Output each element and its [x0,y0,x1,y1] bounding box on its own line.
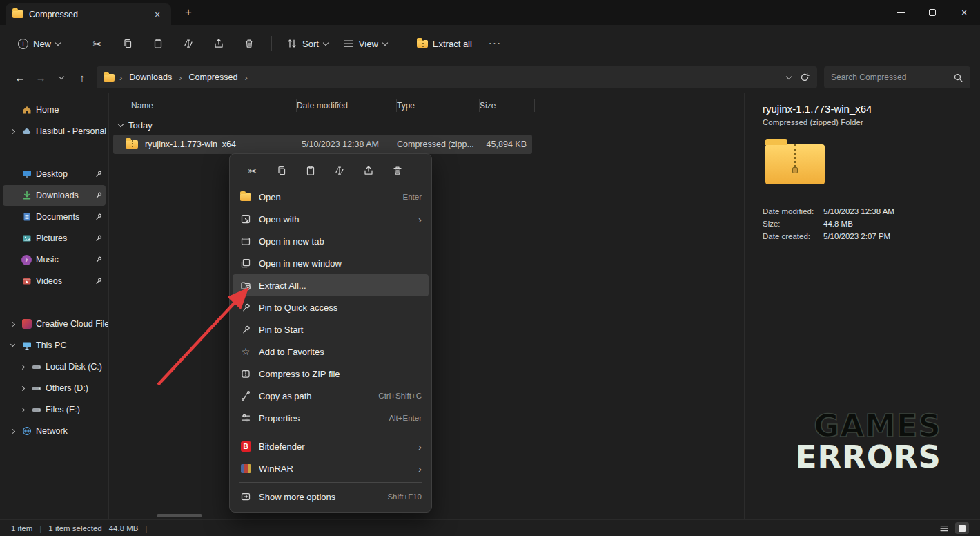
sort-button-label: Sort [302,39,319,49]
chevron-right-icon[interactable] [20,385,25,390]
column-separator[interactable] [534,99,535,112]
sort-direction-caret [337,96,340,106]
minimize-button[interactable] [885,0,917,25]
menu-item-copy-as-path[interactable]: Copy as path Ctrl+Shift+C [233,385,429,407]
tab-close-icon[interactable]: × [150,8,164,21]
back-button[interactable]: ← [10,67,30,88]
menu-item-compress-to-zip[interactable]: Compress to ZIP file [233,363,429,385]
column-separator[interactable] [479,99,480,112]
sidebar-item-videos[interactable]: Videos [3,271,106,291]
extract-all-button[interactable]: Extract all [410,32,479,55]
share-button[interactable] [355,160,382,182]
window-controls: × [885,0,980,25]
copy-button[interactable] [113,32,142,55]
sidebar-item-this-pc[interactable]: This PC [3,335,106,356]
sidebar-item-label: Network [36,426,68,436]
home-icon [21,104,32,115]
sidebar-item-documents[interactable]: Documents [3,207,106,227]
sidebar-item-network[interactable]: Network [3,421,106,441]
delete-button[interactable] [384,160,411,182]
menu-item-pin-to-start[interactable]: Pin to Start [233,318,429,341]
search-icon[interactable] [953,73,963,83]
status-separator: | [39,524,41,533]
paste-button[interactable] [297,160,324,182]
menu-item-add-to-favorites[interactable]: ☆ Add to Favorites [233,341,429,363]
sidebar-item-others-d[interactable]: Others (D:) [3,378,106,399]
chevron-right-icon[interactable] [20,364,25,369]
details-view-toggle-icon[interactable] [937,522,951,534]
menu-item-open-in-new-window[interactable]: Open in new window [233,252,429,274]
menu-item-extract-all[interactable]: Extract All... [233,274,429,296]
extract-all-button-label: Extract all [433,39,472,49]
up-button[interactable]: ↑ [72,67,92,88]
menu-item-open[interactable]: Open Enter [233,186,429,208]
menu-item-open-in-new-tab[interactable]: Open in new tab [233,230,429,252]
file-size: 45,894 KB [487,140,527,149]
view-button[interactable]: View [336,32,394,55]
sidebar-item-home[interactable]: Home [3,99,106,120]
downloads-icon [21,190,32,201]
address-dropdown-icon[interactable] [786,73,792,79]
sort-button[interactable]: Sort [280,32,335,55]
column-header-size[interactable]: Size [480,101,542,111]
copy-icon [122,38,133,49]
search-input[interactable] [831,73,949,82]
more-options-button[interactable]: ··· [480,32,509,55]
group-today[interactable]: Today [109,115,744,135]
delete-button[interactable] [235,32,264,55]
cut-button[interactable]: ✂ [83,32,112,55]
column-separator[interactable] [396,99,397,112]
close-button[interactable]: × [948,0,980,25]
menu-separator [239,432,422,432]
submenu-arrow-icon: › [418,463,422,474]
paste-button[interactable] [144,32,173,55]
open-with-icon [239,213,252,224]
address-bar[interactable]: › Downloads › Compressed › [97,66,817,88]
rename-button[interactable] [174,32,203,55]
menu-item-show-more-options[interactable]: Show more options Shift+F10 [233,486,429,508]
chevron-right-icon[interactable] [20,407,25,412]
menu-item-winrar[interactable]: WinRAR › [233,457,429,479]
sidebar-item-local-disk-c[interactable]: Local Disk (C:) [3,356,106,377]
menu-item-properties[interactable]: Properties Alt+Enter [233,407,429,429]
menu-item-pin-to-quick-access[interactable]: Pin to Quick access [233,296,429,318]
chevron-right-icon[interactable] [10,321,15,326]
large-icons-view-toggle-icon[interactable] [955,522,969,534]
this-pc-icon [21,340,32,351]
sidebar-item-creative-cloud-files[interactable]: Creative Cloud Files [3,314,106,334]
column-separator[interactable] [296,99,297,112]
forward-button[interactable]: → [30,67,51,88]
sidebar-item-label: Documents [36,212,79,222]
sidebar-item-downloads[interactable]: Downloads [3,185,106,206]
file-row-ryujinx[interactable]: ryujinx-1.1.773-win_x64 5/10/2023 12:38 … [113,135,532,154]
tab-compressed[interactable]: Compressed × [6,3,171,25]
new-tab-button[interactable]: + [178,3,199,22]
column-header-type[interactable]: Type [397,101,480,111]
drive-icon [30,404,42,415]
chevron-down-icon[interactable] [10,342,15,347]
new-button-label: New [33,39,51,49]
menu-item-open-with[interactable]: Open with › [233,208,429,230]
sidebar-item-desktop[interactable]: Desktop [3,164,106,184]
sidebar-item-onedrive[interactable]: Hasibul - Personal [3,121,106,142]
menu-item-bitdefender[interactable]: B Bitdefender › [233,435,429,457]
share-button[interactable] [204,32,233,55]
refresh-icon[interactable] [799,72,810,83]
cut-button[interactable]: ✂ [239,160,266,182]
copy-button[interactable] [268,160,295,182]
column-header-date-modified[interactable]: Date modified [297,101,397,111]
chevron-right-icon[interactable] [10,128,15,133]
breadcrumb-compressed[interactable]: Compressed [187,71,240,84]
column-header-name[interactable]: Name [109,101,297,111]
maximize-icon [929,9,936,16]
maximize-button[interactable] [917,0,948,25]
sidebar-item-files-e[interactable]: Files (E:) [3,399,106,420]
sidebar-item-pictures[interactable]: Pictures [3,228,106,249]
breadcrumb-downloads[interactable]: Downloads [127,71,174,84]
chevron-right-icon[interactable] [10,428,15,433]
rename-button[interactable] [326,160,353,182]
recent-locations-button[interactable] [51,67,72,88]
sidebar-item-music[interactable]: ♪ Music [3,249,106,270]
new-button[interactable]: + New [11,32,67,55]
horizontal-scrollbar-thumb[interactable] [157,514,202,517]
